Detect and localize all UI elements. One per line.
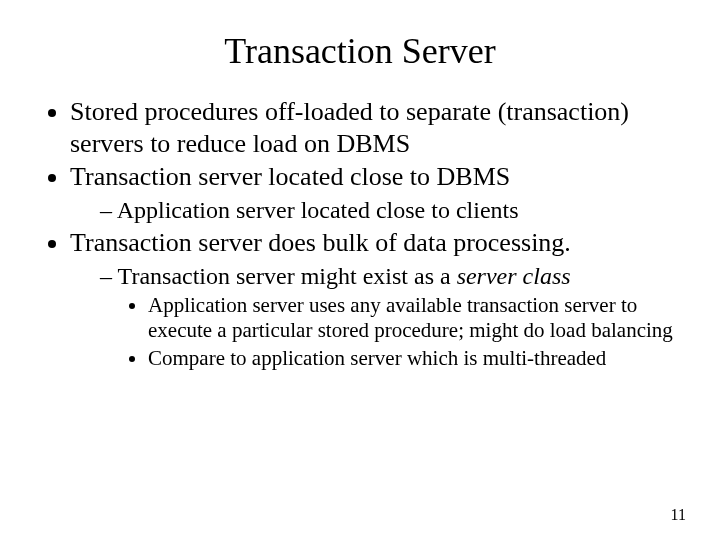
bullet-list-level2: Application server located close to clie… xyxy=(70,195,690,225)
bullet-text: Compare to application server which is m… xyxy=(148,346,606,370)
bullet-text: Stored procedures off-loaded to separate… xyxy=(70,97,629,158)
bullet-item: Stored procedures off-loaded to separate… xyxy=(70,96,690,159)
bullet-list-level3: Application server uses any available tr… xyxy=(100,293,690,372)
slide-title: Transaction Server xyxy=(30,30,690,72)
bullet-text: Transaction server does bulk of data pro… xyxy=(70,228,571,257)
bullet-item: Application server uses any available tr… xyxy=(148,293,690,344)
page-number: 11 xyxy=(671,506,686,524)
bullet-item: Application server located close to clie… xyxy=(100,195,690,225)
bullet-item: Transaction server does bulk of data pro… xyxy=(70,227,690,372)
bullet-text: Application server uses any available tr… xyxy=(148,293,673,343)
bullet-text: Transaction server might exist as a xyxy=(118,263,457,289)
bullet-text: Transaction server located close to DBMS xyxy=(70,162,510,191)
bullet-item: Compare to application server which is m… xyxy=(148,346,690,372)
bullet-item: Transaction server might exist as a serv… xyxy=(100,261,690,372)
bullet-list-level1: Stored procedures off-loaded to separate… xyxy=(30,96,690,372)
slide: Transaction Server Stored procedures off… xyxy=(0,0,720,540)
bullet-list-level2: Transaction server might exist as a serv… xyxy=(70,261,690,372)
bullet-text: Application server located close to clie… xyxy=(117,197,519,223)
bullet-item: Transaction server located close to DBMS… xyxy=(70,161,690,225)
bullet-text-italic: server class xyxy=(457,263,571,289)
